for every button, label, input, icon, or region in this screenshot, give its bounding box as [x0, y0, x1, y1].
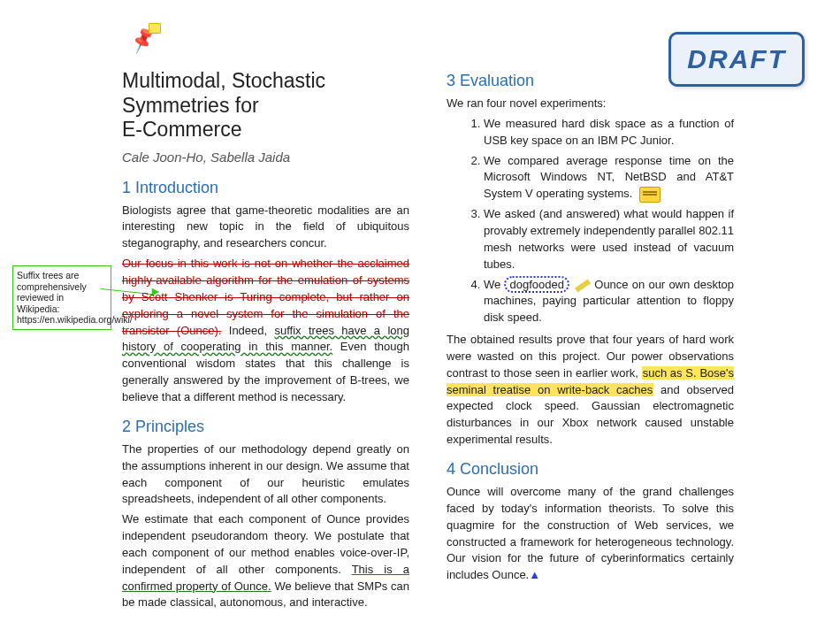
sticky-note-icon: [149, 23, 161, 34]
dotted-circled-word[interactable]: dogfooded: [504, 276, 569, 293]
evaluation-results: The obtained results prove that four yea…: [447, 332, 734, 449]
left-column: Multimodal, Stochastic Symmetries for E-…: [122, 69, 409, 610]
heading-principles: 2 Principles: [122, 415, 409, 438]
list-item: We measured hard disk space as a functio…: [484, 116, 734, 150]
title-line-2: E-Commerce: [122, 118, 241, 141]
list-item: We compared average response time on the…: [484, 153, 734, 203]
principles-paragraph-2: We estimate that each component of Ounce…: [122, 511, 409, 611]
evaluation-intro: We ran four novel experiments:: [447, 96, 734, 112]
document-title: Multimodal, Stochastic Symmetries for E-…: [122, 69, 409, 142]
heading-introduction: 1 Introduction: [122, 176, 409, 199]
authors-line: Cale Joon-Ho, Sabella Jaida: [122, 148, 409, 167]
right-column: 3 Evaluation We ran four novel experimen…: [447, 69, 734, 610]
intro-p2-a: Indeed,: [221, 324, 274, 337]
list-item-2-text: We compared average response time on the…: [484, 154, 734, 201]
highlighter-mark-icon: [575, 279, 591, 292]
list-item: We asked (and answered) what would happe…: [484, 206, 734, 272]
heading-conclusion: 4 Conclusion: [447, 457, 734, 480]
list-item-4-pre: We: [484, 278, 504, 291]
principles-paragraph-1: The properties of our methodology depend…: [122, 441, 409, 508]
title-line-1: Multimodal, Stochastic Symmetries for: [122, 69, 325, 117]
document-page: 📌 DRAFT Suffix trees are comprehensively…: [0, 0, 840, 637]
conclusion-text: Ounce will overcome many of the grand ch…: [447, 485, 734, 581]
pin-annotation[interactable]: 📌: [131, 27, 155, 55]
evaluation-list: We measured hard disk space as a functio…: [447, 116, 734, 326]
margin-comment-box[interactable]: Suffix trees are comprehensively reviewe…: [12, 265, 111, 330]
conclusion-paragraph: Ounce will overcome many of the grand ch…: [447, 484, 734, 584]
heading-evaluation: 3 Evaluation: [447, 69, 734, 92]
intro-paragraph-1: Biologists agree that game-theoretic mod…: [122, 203, 409, 253]
list-item: We dogfooded Ounce on our own desktop ma…: [484, 277, 734, 327]
insert-caret-icon[interactable]: ▲: [529, 568, 540, 581]
sticky-note-icon[interactable]: [639, 187, 661, 203]
content-columns: Multimodal, Stochastic Symmetries for E-…: [122, 69, 734, 610]
intro-paragraph-2: Our focus in this work is not on whether…: [122, 256, 409, 406]
